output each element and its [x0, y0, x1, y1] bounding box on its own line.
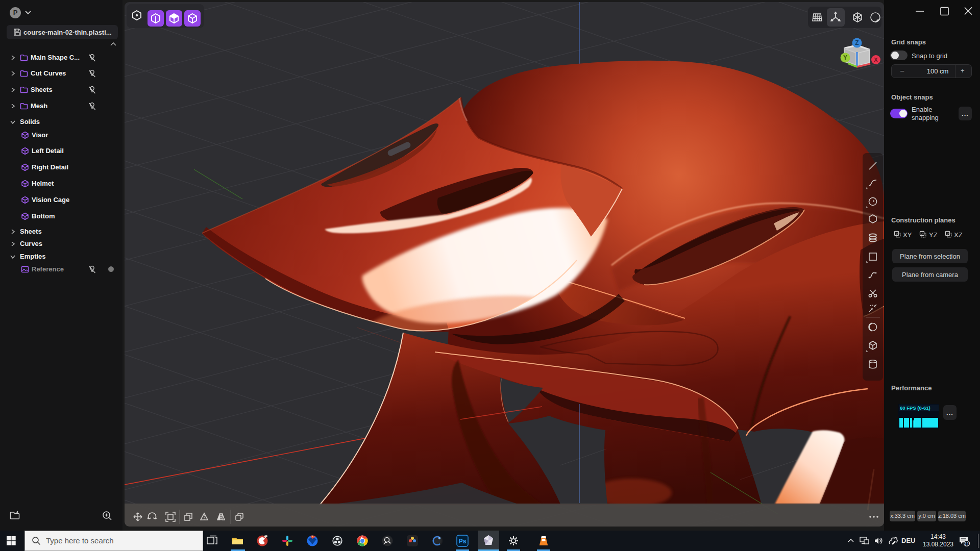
svg-text:11: 11 [965, 541, 969, 546]
svg-text:60 FPS (0-61): 60 FPS (0-61) [900, 405, 930, 411]
svg-text:Z: Z [855, 39, 859, 46]
svg-text:Ps: Ps [459, 538, 467, 545]
svg-text:Y: Y [843, 54, 847, 61]
svg-text:X: X [874, 57, 878, 63]
